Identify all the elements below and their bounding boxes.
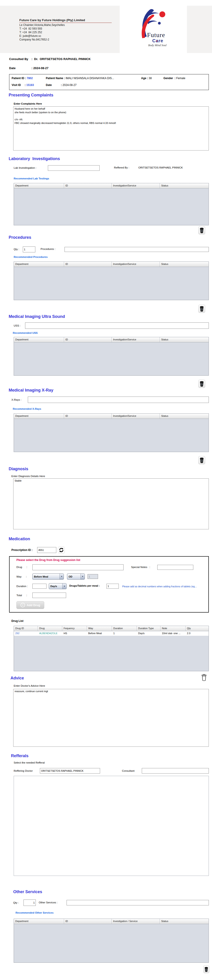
referrals-sublabel: Select the needed Refferal — [14, 761, 45, 764]
drug-table-row[interactable]: 292 ALBENDAZOLE HS Before Meal 1 Day/s 1… — [14, 631, 209, 636]
way-qty-input — [88, 574, 98, 579]
other-qty-input[interactable] — [24, 899, 36, 906]
diagnosis-textarea[interactable]: Stable — [13, 479, 209, 529]
patient-name-label: Patient Name : — [46, 76, 66, 80]
lab-results-table[interactable]: Department ID Investigation/Service Stat… — [14, 183, 209, 225]
recommended-uss-link[interactable]: Recommended USS — [13, 331, 38, 334]
patient-id-group: Patient ID : 7802 — [11, 76, 33, 80]
plus-circle-icon: + — [21, 603, 25, 607]
uss-table[interactable]: Department ID Investigation/Service Stat… — [14, 337, 209, 375]
column-header-drug: Drug — [38, 626, 62, 631]
company-rule — [19, 22, 112, 23]
section-title-presenting-complaints: Presenting Complaints — [9, 93, 53, 97]
column-header-id: ID — [64, 919, 112, 924]
patient-name-value: IMALI NISANSALA DISANAYAKA DIS... — [66, 76, 114, 80]
uss-recycle-bin-icon[interactable] — [198, 380, 205, 388]
trash-icon — [204, 967, 208, 972]
section-title-advice: Advice — [11, 676, 24, 681]
note-cell: 10ml stat- one ... — [161, 631, 186, 636]
recommended-xrays-link[interactable]: Recommended X-Rays — [13, 407, 41, 410]
trash-icon — [200, 306, 204, 312]
procedures-recycle-bin-icon[interactable] — [198, 305, 205, 313]
recommended-lab-testings-link[interactable]: Recommended Lab Testings — [14, 177, 49, 180]
column-header-qty: Qty — [186, 626, 209, 631]
prescription-id-label: Prescription ID : — [11, 549, 32, 552]
procedures-input[interactable] — [64, 247, 209, 252]
special-notes-input[interactable] — [157, 565, 193, 570]
add-drug-button[interactable]: + Add Drug — [16, 601, 44, 609]
logo-tagline: Body Mind Soul — [148, 44, 167, 47]
consulted-by-line: Consulted By: Dr. ORITSETSETOS RAPHAEL P… — [9, 57, 91, 61]
table-header-row: Department ID Investigation / Service St… — [14, 919, 209, 924]
trash-icon — [200, 381, 204, 387]
refresh-prescription-icon[interactable] — [58, 547, 65, 554]
column-header-id: ID — [64, 414, 112, 418]
column-header-way: Way — [87, 626, 112, 631]
xray-input[interactable] — [28, 396, 209, 403]
column-header-investigation: Investigation/Service — [112, 262, 160, 267]
section-title-procedures: Procedures — [9, 235, 31, 240]
date-line: Date: 2024-08-27 — [9, 67, 48, 70]
referring-doctor-input[interactable] — [40, 768, 100, 773]
patient-id-value: 7802 — [27, 76, 33, 80]
duration-type-cell: Day/s — [137, 631, 161, 636]
frequency-select[interactable]: OD ▼ — [67, 573, 85, 579]
uss-input[interactable] — [25, 323, 209, 329]
column-header-duration: Duration — [112, 626, 137, 631]
column-header-investigation: Investigation/Service — [112, 414, 160, 418]
column-header-id: ID — [64, 183, 112, 188]
column-header-investigation: Investigation/Service — [112, 337, 160, 342]
procedures-table[interactable]: Department ID Investigation/Service Stat… — [14, 261, 209, 300]
other-services-label: Other Services : — [39, 901, 58, 904]
frequency-cell: HS — [62, 631, 87, 636]
patient-id-label: Patient ID : — [11, 76, 27, 80]
xray-table[interactable]: Department ID Investigation/Service Stat… — [14, 414, 209, 452]
column-header-id: ID — [64, 262, 112, 267]
visit-date-value: 2024-08-27 — [63, 83, 76, 87]
chevron-down-icon: ▼ — [59, 574, 64, 579]
drug-list-table[interactable]: Drug ID Drug Fequency Way Duration Durat… — [14, 626, 209, 671]
per-meal-input[interactable] — [106, 584, 119, 589]
column-header-status: Status — [160, 919, 209, 924]
xray-recycle-bin-icon[interactable] — [198, 456, 205, 464]
drug-name-cell: ALBENDAZOLE — [38, 631, 62, 636]
duration-type-select[interactable]: Day/s ▼ — [49, 583, 67, 589]
advice-textarea[interactable]: reassure, continue current mgt — [13, 689, 209, 747]
add-drug-label: Add Drug — [27, 603, 40, 607]
drug-input[interactable] — [32, 564, 124, 570]
way-select[interactable]: Before Meal ▼ — [32, 573, 64, 579]
drug-id-cell: 292 — [14, 631, 38, 636]
consultant-input[interactable] — [142, 768, 209, 773]
consulted-by-value: Dr. ORITSETSETOS RAPHAEL PINNICK — [34, 57, 91, 61]
heart-icon: ♥ — [156, 40, 157, 42]
section-title-other-services: Other Services — [13, 889, 42, 894]
table-header-row: Department ID Investigation/Service Stat… — [14, 183, 209, 188]
other-services-table[interactable]: Department ID Investigation / Service St… — [14, 919, 209, 963]
per-meal-label: Drugs/Tablets per meal : — [69, 584, 100, 587]
complaints-textarea[interactable]: Husband here on her behalf she feels muc… — [13, 107, 209, 151]
drug-list-label: Drug List — [11, 619, 24, 622]
column-header-status: Status — [160, 337, 209, 342]
duration-cell: 1 — [112, 631, 137, 636]
lab-investigation-input[interactable] — [48, 165, 100, 171]
colon: : — [32, 57, 32, 61]
advice-trash-icon[interactable] — [201, 673, 207, 682]
column-header-department: Department — [14, 337, 64, 342]
duration-label: Duration : — [16, 585, 28, 587]
age-group: Age : 38 — [141, 76, 152, 80]
recommended-other-services-link[interactable]: Recommended Other Services — [16, 912, 53, 914]
duration-input[interactable] — [32, 584, 47, 589]
visit-id-label: Visit ID : — [11, 83, 26, 87]
trash-icon — [200, 458, 204, 463]
other-services-input[interactable] — [67, 900, 209, 905]
other-services-recycle-bin-icon[interactable] — [203, 966, 209, 973]
drug-entry-panel: Please select the Drug from Drug suggess… — [9, 556, 209, 612]
lab-recycle-bin-icon[interactable] — [198, 226, 205, 234]
recommended-procedures-link[interactable]: Recommended Procedures — [14, 256, 48, 258]
referrals-listbox[interactable] — [14, 776, 209, 876]
procedures-qty-input[interactable] — [23, 247, 35, 252]
total-input[interactable] — [32, 593, 66, 598]
column-header-department: Department — [14, 919, 64, 924]
prescription-id-input[interactable] — [37, 547, 56, 553]
frequency-select-value: OD — [69, 575, 80, 578]
